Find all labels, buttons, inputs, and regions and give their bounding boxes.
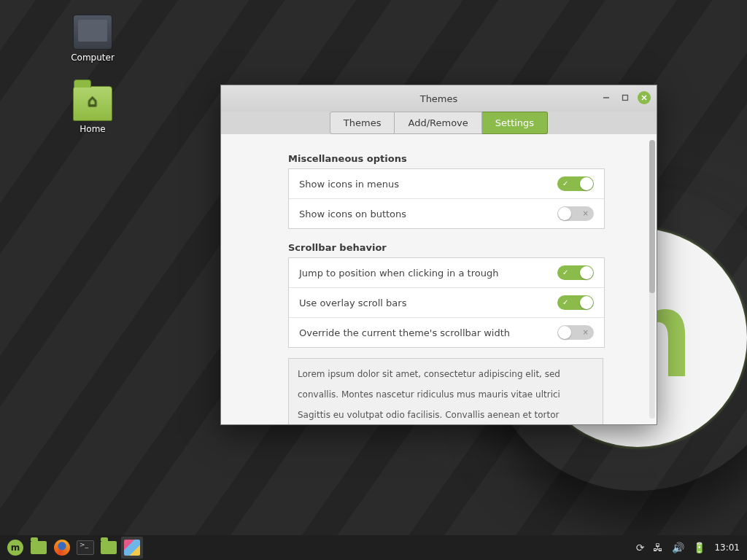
- row-overlay-scrollbars: Use overlay scroll bars ✓: [289, 288, 604, 318]
- launcher-files[interactable]: [98, 537, 120, 559]
- row-show-icons-menus: Show icons in menus ✓: [289, 169, 604, 199]
- desktop: m Computer Home Themes Themes Add/Remove…: [0, 0, 747, 560]
- desktop-icon-home[interactable]: Home: [60, 86, 125, 134]
- row-label: Show icons in menus: [299, 179, 399, 190]
- row-show-icons-buttons: Show icons on buttons ×: [289, 199, 604, 228]
- toggle-x-icon: ×: [583, 206, 589, 221]
- themes-app-icon: [124, 540, 140, 556]
- row-label: Override the current theme's scrollbar w…: [299, 327, 510, 338]
- maximize-button[interactable]: [619, 91, 632, 104]
- themes-window: Themes Themes Add/Remove Settings Miscel…: [220, 85, 657, 425]
- tab-settings[interactable]: Settings: [482, 112, 548, 134]
- sample-text-area[interactable]: Lorem ipsum dolor sit amet, consectetur …: [288, 358, 603, 424]
- toggle-overlay-scrollbars[interactable]: ✓: [557, 295, 594, 310]
- toggle-check-icon: ✓: [562, 265, 568, 280]
- show-desktop-button[interactable]: [28, 537, 50, 559]
- tab-bar: Themes Add/Remove Settings: [221, 112, 657, 134]
- row-override-scrollbar-width: Override the current theme's scrollbar w…: [289, 318, 604, 347]
- menu-button[interactable]: m: [4, 537, 26, 559]
- toggle-override-scrollbar-width[interactable]: ×: [557, 325, 594, 340]
- launcher-terminal[interactable]: [74, 537, 96, 559]
- toggle-show-icons-menus[interactable]: ✓: [557, 176, 594, 191]
- sample-text-line: convallis. Montes nascetur ridiculus mus…: [298, 388, 594, 401]
- volume-icon[interactable]: 🔊: [672, 542, 684, 553]
- minimize-button[interactable]: [600, 91, 613, 104]
- close-button[interactable]: [638, 91, 651, 104]
- firefox-icon: [54, 540, 70, 556]
- system-tray: ⟳ 🖧 🔊 🔋 13:01: [636, 542, 747, 553]
- sample-text-line: Lorem ipsum dolor sit amet, consectetur …: [298, 368, 594, 381]
- toggle-check-icon: ✓: [562, 176, 568, 191]
- clock[interactable]: 13:01: [714, 542, 740, 553]
- toggle-x-icon: ×: [583, 325, 589, 340]
- group-miscellaneous: Show icons in menus ✓ Show icons on butt…: [288, 168, 605, 229]
- window-titlebar[interactable]: Themes: [221, 85, 657, 112]
- desktop-icon-label: Home: [80, 124, 105, 134]
- window-title: Themes: [420, 93, 458, 104]
- toggle-jump-to-position[interactable]: ✓: [557, 265, 594, 280]
- network-icon[interactable]: 🖧: [653, 542, 663, 553]
- row-jump-to-position: Jump to position when clicking in a trou…: [289, 258, 604, 288]
- tab-themes[interactable]: Themes: [330, 112, 395, 134]
- desktop-icon-label: Computer: [71, 52, 115, 63]
- launcher-firefox[interactable]: [51, 537, 73, 559]
- updates-icon[interactable]: ⟳: [636, 542, 645, 553]
- folder-icon: [31, 541, 47, 554]
- task-themes[interactable]: [121, 537, 143, 559]
- desktop-icon-computer[interactable]: Computer: [60, 15, 125, 63]
- settings-pane-wrap: Miscellaneous options Show icons in menu…: [221, 134, 657, 424]
- home-folder-icon: [73, 86, 112, 121]
- battery-icon[interactable]: 🔋: [693, 542, 705, 553]
- svg-rect-1: [623, 96, 628, 101]
- toggle-show-icons-buttons[interactable]: ×: [557, 206, 594, 221]
- folder-icon: [101, 541, 117, 554]
- mint-logo-icon: m: [7, 540, 23, 556]
- row-label: Jump to position when clicking in a trou…: [299, 268, 498, 279]
- group-scrollbar: Jump to position when clicking in a trou…: [288, 257, 605, 348]
- tab-add-remove[interactable]: Add/Remove: [395, 112, 481, 134]
- settings-pane[interactable]: Miscellaneous options Show icons in menu…: [221, 134, 657, 424]
- scrollbar[interactable]: [649, 140, 655, 419]
- section-scrollbar: Scrollbar behavior: [243, 242, 613, 253]
- row-label: Show icons on buttons: [299, 209, 406, 219]
- terminal-icon: [77, 540, 94, 555]
- taskbar-left: m: [0, 537, 143, 559]
- sample-text-line: Sagittis eu volutpat odio facilisis. Con…: [298, 408, 594, 421]
- toggle-check-icon: ✓: [562, 295, 568, 310]
- row-label: Use overlay scroll bars: [299, 298, 406, 308]
- section-miscellaneous: Miscellaneous options: [243, 153, 613, 164]
- taskbar: m ⟳ 🖧 🔊 🔋 13:01: [0, 535, 747, 560]
- monitor-icon: [73, 15, 112, 50]
